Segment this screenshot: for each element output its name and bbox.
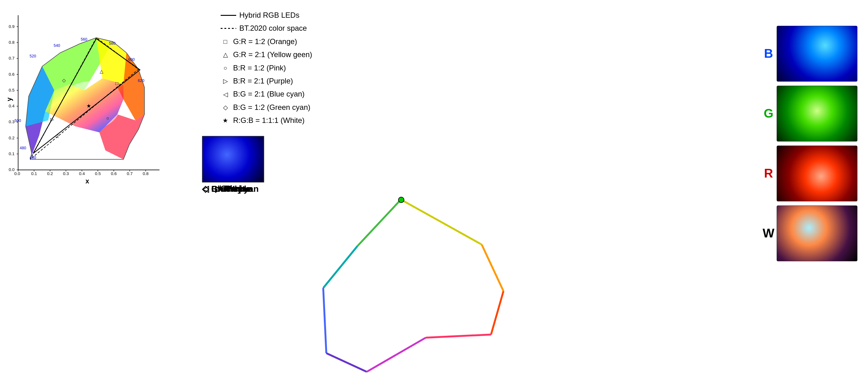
svg-text:620: 620 <box>138 78 145 83</box>
svg-text:0.2: 0.2 <box>47 171 53 176</box>
color-diagram: Green △ Yellow green ◇ Green cyan ★ Whit… <box>202 136 606 378</box>
svg-text:▷: ▷ <box>50 117 54 122</box>
svg-text:0.4: 0.4 <box>9 104 14 108</box>
right-section: B G R W <box>762 6 862 372</box>
channel-row-b: B <box>762 25 862 82</box>
svg-text:◇: ◇ <box>62 78 66 83</box>
legend-text-tri-up: G:R = 2:1 (Yellow geen) <box>233 49 312 61</box>
main-container: ★ ◇ △ □ ○ ▷ ◁ <box>0 0 868 378</box>
legend-area: Hybrid RGB LEDs BT.2020 color space □ G:… <box>202 6 759 133</box>
legend-item-tri-up: △ G:R = 2:1 (Yellow geen) <box>221 49 312 61</box>
channel-photo-r <box>777 145 858 201</box>
channel-label-g: G <box>762 106 775 121</box>
legend-column: Hybrid RGB LEDs BT.2020 color space □ G:… <box>221 9 312 127</box>
channel-photo-b <box>777 26 858 81</box>
svg-line-78 <box>426 335 491 338</box>
svg-text:0.5: 0.5 <box>9 88 14 93</box>
legend-text-diamond: B:G = 1:2 (Green cyan) <box>233 101 310 113</box>
legend-text-star: R:G:B = 1:1:1 (White) <box>233 114 305 126</box>
channel-label-b: B <box>762 46 775 61</box>
legend-item-circle: ○ B:R = 1:2 (Pink) <box>221 62 312 74</box>
svg-line-75 <box>323 288 326 353</box>
legend-text-tri-right: B:R = 2:1 (Purple) <box>233 75 293 87</box>
svg-text:580: 580 <box>109 41 116 46</box>
label-blue: Blue <box>202 184 264 194</box>
svg-line-74 <box>323 246 358 288</box>
star-icon: ★ <box>221 115 230 125</box>
legend-item-tri-right: ▷ B:R = 2:1 (Purple) <box>221 75 312 87</box>
channel-row-w: W <box>762 205 862 262</box>
svg-text:0.6: 0.6 <box>111 171 117 176</box>
legend-text-square: G:R = 1:2 (Orange) <box>233 36 297 47</box>
svg-text:0.3: 0.3 <box>63 171 69 176</box>
svg-text:○: ○ <box>106 115 109 121</box>
svg-line-73 <box>358 200 401 246</box>
channel-row-g: G <box>762 85 862 142</box>
legend-text-dashed: BT.2020 color space <box>239 22 307 34</box>
svg-text:540: 540 <box>54 43 60 48</box>
dashed-line-icon <box>221 28 236 29</box>
svg-text:0.1: 0.1 <box>31 171 37 176</box>
photo-blue <box>202 136 264 182</box>
middle-section: Hybrid RGB LEDs BT.2020 color space □ G:… <box>202 6 759 372</box>
tri-left-icon: ◁ <box>221 90 230 99</box>
cie-diagram-section: ★ ◇ △ □ ○ ▷ ◁ <box>6 6 199 372</box>
channel-photo-g <box>777 85 858 141</box>
svg-text:480: 480 <box>20 146 26 150</box>
svg-text:0.8: 0.8 <box>143 171 149 176</box>
svg-text:0.7: 0.7 <box>127 171 133 176</box>
legend-item-solid: Hybrid RGB LEDs <box>221 9 312 21</box>
svg-text:x: x <box>86 177 89 185</box>
green-dot <box>398 197 404 203</box>
legend-item-tri-left: ◁ B:G = 2:1 (Blue cyan) <box>221 88 312 100</box>
legend-text-circle: B:R = 1:2 (Pink) <box>233 62 286 74</box>
svg-line-71 <box>482 245 503 291</box>
svg-text:△: △ <box>100 69 103 74</box>
triangle-up-icon: △ <box>221 50 230 60</box>
legend-item-square: □ G:R = 1:2 (Orange) <box>221 36 312 47</box>
cie-svg: ★ ◇ △ □ ○ ▷ ◁ <box>6 6 186 193</box>
legend-item-diamond: ◇ B:G = 1:2 (Green cyan) <box>221 101 312 113</box>
svg-text:0.4: 0.4 <box>79 171 85 176</box>
svg-text:500: 500 <box>14 118 21 123</box>
svg-text:560: 560 <box>81 37 87 42</box>
channel-label-r: R <box>762 166 775 180</box>
svg-text:0.6: 0.6 <box>9 72 14 77</box>
svg-line-72 <box>491 291 503 335</box>
svg-text:★: ★ <box>86 103 91 109</box>
svg-text:0.0: 0.0 <box>14 171 20 176</box>
svg-text:0.7: 0.7 <box>9 56 14 61</box>
svg-text:◁: ◁ <box>55 133 58 138</box>
svg-text:y: y <box>6 98 13 101</box>
svg-text:0.0: 0.0 <box>9 167 14 172</box>
diamond-icon: ◇ <box>221 102 230 112</box>
channel-row-r: R <box>762 145 862 202</box>
svg-text:520: 520 <box>30 54 36 58</box>
legend-text-tri-left: B:G = 2:1 (Blue cyan) <box>233 88 305 100</box>
tri-right-icon: ▷ <box>221 76 230 86</box>
legend-item-star: ★ R:G:B = 1:1:1 (White) <box>221 114 312 126</box>
svg-line-70 <box>401 200 482 245</box>
solid-line-icon <box>221 15 236 16</box>
svg-line-77 <box>367 338 426 372</box>
svg-text:0.1: 0.1 <box>9 151 14 156</box>
svg-line-76 <box>326 353 367 372</box>
legend-text-solid: Hybrid RGB LEDs <box>239 9 299 21</box>
svg-text:600: 600 <box>128 58 135 62</box>
svg-text:0.3: 0.3 <box>9 119 14 124</box>
svg-text:□: □ <box>115 81 118 86</box>
legend-item-dashed: BT.2020 color space <box>221 22 312 34</box>
svg-text:0.2: 0.2 <box>9 136 14 140</box>
channel-label-w: W <box>762 226 775 240</box>
svg-text:0.5: 0.5 <box>95 171 101 176</box>
svg-text:0.8: 0.8 <box>9 40 14 45</box>
channel-photo-w <box>777 205 858 261</box>
circle-icon: ○ <box>221 63 230 73</box>
svg-text:0.9: 0.9 <box>9 24 14 29</box>
svg-text:460: 460 <box>30 156 36 160</box>
node-blue: Blue <box>202 136 264 194</box>
square-icon: □ <box>221 37 230 46</box>
